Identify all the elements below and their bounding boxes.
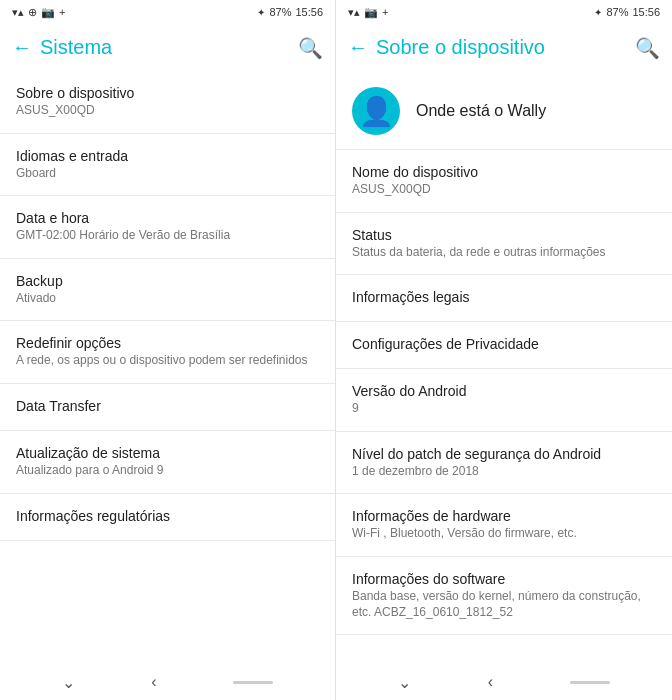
menu-item-data[interactable]: Data e hora GMT-02:00 Horário de Verão d… [0,196,335,259]
right-menu-item-privacidade[interactable]: Configurações de Privacidade [336,322,672,369]
right-menu-item-software[interactable]: Informações do software Banda base, vers… [336,557,672,635]
menu-item-sobre[interactable]: Sobre o dispositivo ASUS_X00QD [0,71,335,134]
left-header-left: ← Sistema [8,32,112,63]
left-search-button[interactable]: 🔍 [298,36,323,60]
cam-icon: 📷 [41,6,55,19]
right-bluetooth-icon: ✦ [594,7,602,18]
right-home-indicator [570,681,610,684]
menu-item-atualizacao-subtitle: Atualizado para o Android 9 [16,463,319,479]
device-avatar: 👤 [352,87,400,135]
menu-item-regulatorio-title: Informações regulatórias [16,508,319,524]
right-menu-item-status[interactable]: Status Status da bateria, da rede e outr… [336,213,672,276]
menu-item-transfer[interactable]: Data Transfer [0,384,335,431]
right-menu-list: Nome do dispositivo ASUS_X00QD Status St… [336,150,672,664]
right-header-left: ← Sobre o dispositivo [344,32,545,63]
right-menu-software-title: Informações do software [352,571,656,587]
right-menu-hardware-title: Informações de hardware [352,508,656,524]
left-back-button[interactable]: ← [8,32,36,63]
menu-item-backup-subtitle: Ativado [16,291,319,307]
right-time: 15:56 [632,6,660,18]
right-back-nav-icon[interactable]: ‹ [488,673,493,691]
menu-item-regulatorio[interactable]: Informações regulatórias [0,494,335,541]
left-page-title: Sistema [40,36,112,59]
right-header: ← Sobre o dispositivo 🔍 [336,24,672,71]
right-menu-nome-subtitle: ASUS_X00QD [352,182,656,198]
left-home-indicator [233,681,273,684]
left-status-icons: ▾▴ ⊕ 📷 + [12,6,65,19]
menu-item-sobre-title: Sobre o dispositivo [16,85,319,101]
menu-item-idiomas-subtitle: Gboard [16,166,319,182]
right-menu-status-title: Status [352,227,656,243]
left-status-right: ✦ 87% 15:56 [257,6,323,18]
right-panel: ▾▴ 📷 + ✦ 87% 15:56 ← Sobre o dispositivo… [336,0,672,700]
left-header: ← Sistema 🔍 [0,24,335,71]
menu-item-idiomas-title: Idiomas e entrada [16,148,319,164]
right-loc-icon: + [382,6,388,18]
right-menu-item-patch[interactable]: Nível do patch de segurança do Android 1… [336,432,672,495]
right-menu-privacidade-title: Configurações de Privacidade [352,336,656,352]
left-menu-list: Sobre o dispositivo ASUS_X00QD Idiomas e… [0,71,335,664]
left-time: 15:56 [295,6,323,18]
right-down-icon[interactable]: ⌄ [398,673,411,692]
menu-item-idiomas[interactable]: Idiomas e entrada Gboard [0,134,335,197]
bt-icon: ⊕ [28,6,37,19]
device-profile-name: Onde está o Wally [416,102,546,120]
left-bottom-bar: ⌄ ‹ [0,664,335,700]
right-status-right: ✦ 87% 15:56 [594,6,660,18]
menu-item-atualizacao[interactable]: Atualização de sistema Atualizado para o… [0,431,335,494]
right-menu-nome-title: Nome do dispositivo [352,164,656,180]
menu-item-redefinir-title: Redefinir opções [16,335,319,351]
menu-item-backup[interactable]: Backup Ativado [0,259,335,322]
right-back-button[interactable]: ← [344,32,372,63]
right-menu-android-title: Versão do Android [352,383,656,399]
menu-item-redefinir-subtitle: A rede, os apps ou o dispositivo podem s… [16,353,319,369]
right-battery: 87% [606,6,628,18]
location-icon: + [59,6,65,18]
menu-item-data-title: Data e hora [16,210,319,226]
left-battery: 87% [269,6,291,18]
menu-item-data-subtitle: GMT-02:00 Horário de Verão de Brasília [16,228,319,244]
right-menu-status-subtitle: Status da bateria, da rede e outras info… [352,245,656,261]
left-panel: ▾▴ ⊕ 📷 + ✦ 87% 15:56 ← Sistema 🔍 Sobre o… [0,0,336,700]
right-menu-hardware-subtitle: Wi-Fi , Bluetooth, Versão do firmware, e… [352,526,656,542]
right-menu-item-legais[interactable]: Informações legais [336,275,672,322]
menu-item-sobre-subtitle: ASUS_X00QD [16,103,319,119]
right-menu-item-hardware[interactable]: Informações de hardware Wi-Fi , Bluetoot… [336,494,672,557]
left-back-nav-icon[interactable]: ‹ [151,673,156,691]
right-menu-software-subtitle: Banda base, versão do kernel, número da … [352,589,656,620]
right-wifi-icon: ▾▴ [348,6,360,19]
right-page-title: Sobre o dispositivo [376,36,545,59]
menu-item-atualizacao-title: Atualização de sistema [16,445,319,461]
wifi-icon: ▾▴ [12,6,24,19]
right-status-icons: ▾▴ 📷 + [348,6,388,19]
left-status-bar: ▾▴ ⊕ 📷 + ✦ 87% 15:56 [0,0,335,24]
right-menu-item-android[interactable]: Versão do Android 9 [336,369,672,432]
right-menu-item-nome[interactable]: Nome do dispositivo ASUS_X00QD [336,150,672,213]
menu-item-backup-title: Backup [16,273,319,289]
left-bluetooth-icon: ✦ [257,7,265,18]
right-menu-patch-subtitle: 1 de dezembro de 2018 [352,464,656,480]
right-bottom-bar: ⌄ ‹ [336,664,672,700]
right-menu-patch-title: Nível do patch de segurança do Android [352,446,656,462]
right-menu-android-subtitle: 9 [352,401,656,417]
menu-item-redefinir[interactable]: Redefinir opções A rede, os apps ou o di… [0,321,335,384]
person-icon: 👤 [359,95,394,128]
right-search-button[interactable]: 🔍 [635,36,660,60]
right-cam-icon: 📷 [364,6,378,19]
device-profile-section: 👤 Onde está o Wally [336,71,672,150]
menu-item-transfer-title: Data Transfer [16,398,319,414]
right-status-bar: ▾▴ 📷 + ✦ 87% 15:56 [336,0,672,24]
right-menu-legais-title: Informações legais [352,289,656,305]
left-down-icon[interactable]: ⌄ [62,673,75,692]
